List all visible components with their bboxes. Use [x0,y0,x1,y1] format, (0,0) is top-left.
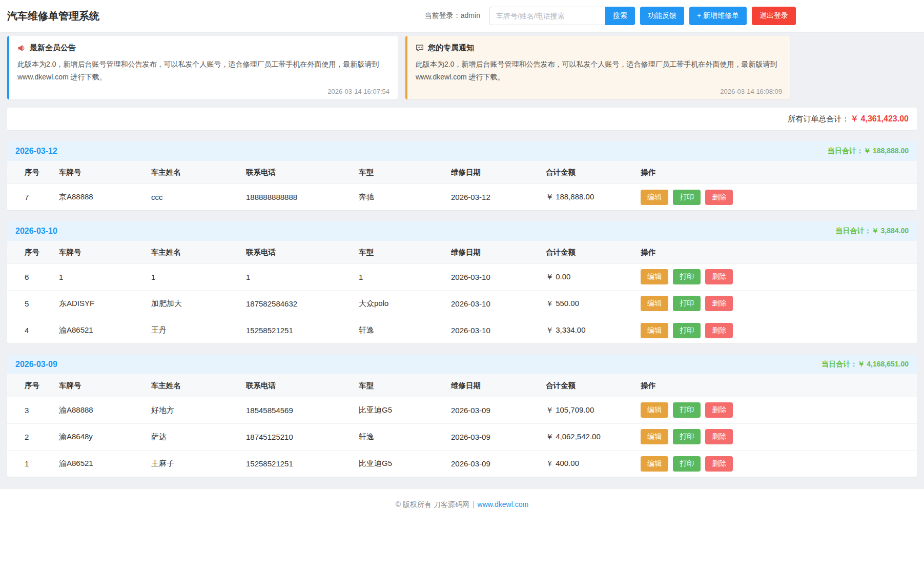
cell-model: 轩逸 [352,317,444,343]
footer: © 版权所有 刀客源码网|www.dkewl.com [0,489,924,572]
cell-seq: 3 [7,397,52,423]
orders-table: 序号车牌号车主姓名联系电话车型维修日期合计金额操作 6 1 1 1 1 2026… [7,241,917,343]
main-content: 最新全员公告 此版本为2.0，新增后台账号管理和公告发布，可以私发个人账号，适合… [0,32,924,489]
date-group-header: 2026-03-09 当日合计：￥ 4,168,651.00 [7,355,917,374]
edit-button[interactable]: 编辑 [641,190,668,205]
delete-button[interactable]: 删除 [705,269,733,284]
search-button[interactable]: 搜索 [605,7,635,25]
orders-total-bar: 所有订单总合计： ￥ 4,361,423.00 [7,108,917,130]
cell-seq: 5 [7,290,52,317]
cell-owner: ccc [145,183,239,210]
delete-button[interactable]: 删除 [705,323,733,338]
edit-button[interactable]: 编辑 [641,269,668,284]
add-repair-order-button[interactable]: + 新增维修单 [689,7,747,25]
delete-button[interactable]: 删除 [705,402,733,418]
notices: 最新全员公告 此版本为2.0，新增后台账号管理和公告发布，可以私发个人账号，适合… [7,36,917,99]
cell-actions: 编辑 打印 删除 [634,397,917,423]
table-body: 7 京A88888 ccc 188888888888 奔驰 2026-03-12… [7,183,917,210]
cell-plate: 渝A86521 [52,317,145,343]
edit-button[interactable]: 编辑 [641,429,668,444]
column-header: 车牌号 [52,241,145,263]
cell-phone: 1 [239,263,352,290]
orders-table: 序号车牌号车主姓名联系电话车型维修日期合计金额操作 7 京A88888 ccc … [7,161,917,210]
cell-phone: 15258521251 [239,317,352,343]
cell-seq: 7 [7,183,52,210]
delete-button[interactable]: 删除 [705,296,733,311]
column-header: 联系电话 [239,374,352,397]
table-row: 5 东ADISYF 加肥加大 187582584632 大众polo 2026-… [7,290,917,317]
feedback-button[interactable]: 功能反馈 [640,7,684,25]
print-button[interactable]: 打印 [673,402,701,418]
delete-button[interactable]: 删除 [705,456,733,472]
cell-model: 比亚迪G5 [352,450,444,477]
cell-plate: 京A88888 [52,183,145,210]
cell-date: 2026-03-09 [444,397,539,423]
table-row: 6 1 1 1 1 2026-03-10 ￥ 0.00 编辑 打印 删除 [7,263,917,290]
date-group: 2026-03-12 当日合计：￥ 188,888.00 序号车牌号车主姓名联系… [7,141,917,210]
cell-model: 大众polo [352,290,444,317]
table-row: 4 渝A86521 王丹 15258521251 轩逸 2026-03-10 ￥… [7,317,917,343]
delete-button[interactable]: 删除 [705,190,733,205]
cell-amount: ￥ 550.00 [539,290,634,317]
column-header: 操作 [634,161,917,183]
topbar: 汽车维修单管理系统 当前登录：admin 搜索 功能反馈 + 新增维修单 退出登… [0,0,924,32]
edit-button[interactable]: 编辑 [641,323,668,338]
cell-owner: 加肥加大 [145,290,239,317]
edit-button[interactable]: 编辑 [641,456,668,472]
cell-seq: 1 [7,450,52,477]
cell-phone: 187582584632 [239,290,352,317]
column-header: 车型 [352,241,444,263]
cell-actions: 编辑 打印 删除 [634,183,917,210]
column-header: 车主姓名 [145,241,239,263]
print-button[interactable]: 打印 [673,190,701,205]
cell-amount: ￥ 105,709.00 [539,397,634,423]
cell-plate: 渝A8648y [52,423,145,450]
cell-plate: 渝A86521 [52,450,145,477]
notice-timestamp: 2026-03-14 16:08:09 [416,88,782,95]
print-button[interactable]: 打印 [673,269,701,284]
search-group: 搜索 [489,7,635,25]
print-button[interactable]: 打印 [673,323,701,338]
orders-table: 序号车牌号车主姓名联系电话车型维修日期合计金额操作 3 渝A88888 好地方 … [7,374,917,477]
column-header: 车牌号 [52,374,145,397]
footer-link[interactable]: www.dkewl.com [478,500,529,508]
cell-model: 1 [352,263,444,290]
column-header: 序号 [7,241,52,263]
table-header-row: 序号车牌号车主姓名联系电话车型维修日期合计金额操作 [7,374,917,397]
announcement-body: 此版本为2.0，新增后台账号管理和公告发布，可以私发个人账号，适合修理厂员工带手… [17,58,389,84]
print-button[interactable]: 打印 [673,429,701,444]
notice-body: 此版本为2.0，新增后台账号管理和公告发布，可以私发个人账号，适合修理厂员工带手… [416,58,782,84]
table-header-row: 序号车牌号车主姓名联系电话车型维修日期合计金额操作 [7,161,917,183]
group-date: 2026-03-10 [15,227,57,236]
cell-actions: 编辑 打印 删除 [634,263,917,290]
column-header: 合计金额 [539,161,634,183]
search-input[interactable] [489,7,605,25]
logout-button[interactable]: 退出登录 [752,7,796,25]
group-date: 2026-03-09 [15,360,57,369]
megaphone-icon [17,44,26,52]
cell-seq: 2 [7,423,52,450]
cell-actions: 编辑 打印 删除 [634,423,917,450]
current-login: 当前登录：admin [425,11,480,21]
cell-phone: 188888888888 [239,183,352,210]
table-row: 2 渝A8648y 萨达 18745125210 轩逸 2026-03-09 ￥… [7,423,917,450]
cell-amount: ￥ 4,062,542.00 [539,423,634,450]
app-title: 汽车维修单管理系统 [7,9,99,23]
cell-model: 轩逸 [352,423,444,450]
column-header: 车主姓名 [145,161,239,183]
column-header: 车主姓名 [145,374,239,397]
edit-button[interactable]: 编辑 [641,296,668,311]
table-row: 1 渝A86521 王麻子 15258521251 比亚迪G5 2026-03-… [7,450,917,477]
cell-model: 比亚迪G5 [352,397,444,423]
print-button[interactable]: 打印 [673,296,701,311]
private-notice-card: 您的专属通知 此版本为2.0，新增后台账号管理和公告发布，可以私发个人账号，适合… [405,36,790,99]
cell-date: 2026-03-10 [444,317,539,343]
cell-owner: 1 [145,263,239,290]
cell-owner: 王麻子 [145,450,239,477]
edit-button[interactable]: 编辑 [641,402,668,418]
print-button[interactable]: 打印 [673,456,701,472]
column-header: 联系电话 [239,241,352,263]
cell-seq: 6 [7,263,52,290]
group-daily-total: 当日合计：￥ 4,168,651.00 [822,360,909,369]
delete-button[interactable]: 删除 [705,429,733,444]
